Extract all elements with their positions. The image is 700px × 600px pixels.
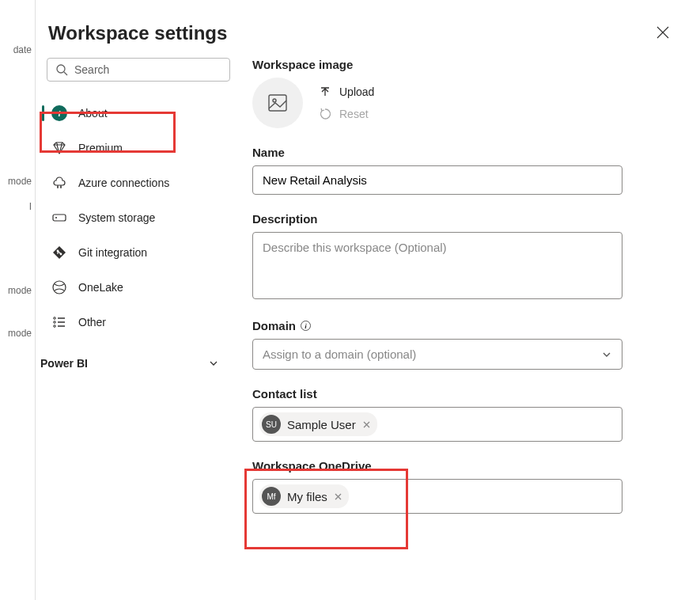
nav-item-label: Git integration — [78, 246, 147, 259]
info-icon[interactable]: i — [301, 321, 311, 331]
dialog-header: Workspace settings — [36, 0, 700, 55]
field-description: Description — [252, 212, 622, 302]
image-icon — [266, 91, 289, 115]
background-app-sidebar: date mode I mode mode — [0, 0, 36, 600]
search-input[interactable] — [74, 63, 221, 76]
info-icon: i — [51, 105, 67, 121]
nav-item-other[interactable]: Other — [36, 305, 230, 340]
onedrive-label: Workspace OneDrive — [252, 459, 622, 473]
upload-icon — [319, 85, 331, 98]
reset-button: Reset — [319, 108, 374, 120]
domain-label: Domain — [252, 319, 296, 332]
diamond-icon — [51, 140, 67, 156]
list-icon — [51, 314, 67, 330]
search-icon — [55, 63, 68, 76]
chip-remove-button[interactable] — [362, 420, 371, 429]
close-icon — [656, 25, 670, 40]
nav-item-label: System storage — [78, 211, 155, 224]
nav-item-label: About — [78, 107, 108, 120]
svg-point-8 — [54, 325, 56, 328]
dialog-title: Workspace settings — [48, 22, 227, 44]
workspace-image-label: Workspace image — [252, 58, 622, 71]
onelake-icon — [51, 279, 67, 295]
settings-main: Workspace image Upload Reset — [241, 55, 700, 600]
svg-point-10 — [273, 99, 276, 102]
field-workspace-image: Workspace image Upload Reset — [252, 58, 622, 128]
chevron-down-icon — [208, 358, 219, 369]
description-input[interactable] — [252, 232, 622, 299]
reset-icon — [319, 108, 331, 120]
chip-label: Sample User — [287, 418, 356, 431]
search-box[interactable] — [47, 58, 230, 82]
nav-item-onelake[interactable]: OneLake — [36, 270, 230, 305]
onedrive-input[interactable]: Mf My files — [252, 479, 622, 514]
svg-rect-1 — [53, 215, 66, 221]
onedrive-chip: Mf My files — [259, 484, 349, 508]
close-button[interactable] — [653, 22, 673, 45]
field-onedrive: Workspace OneDrive Mf My files — [252, 459, 622, 514]
nav-item-about[interactable]: i About — [36, 96, 230, 131]
cloud-icon — [51, 175, 67, 191]
name-input[interactable] — [252, 165, 622, 195]
field-name: Name — [252, 146, 622, 195]
close-icon — [362, 420, 371, 429]
nav-item-git[interactable]: Git integration — [36, 235, 230, 270]
svg-point-7 — [54, 321, 56, 324]
contact-list-label: Contact list — [252, 387, 622, 401]
contact-list-input[interactable]: SU Sample User — [252, 407, 622, 442]
name-label: Name — [252, 146, 622, 159]
avatar: SU — [262, 415, 281, 434]
description-label: Description — [252, 212, 622, 226]
bg-item: mode — [0, 280, 35, 301]
field-contact-list: Contact list SU Sample User — [252, 387, 622, 442]
chevron-down-icon — [601, 349, 612, 360]
nav-item-label: OneLake — [78, 281, 123, 294]
bg-item: date — [0, 40, 35, 60]
domain-placeholder: Assign to a domain (optional) — [263, 347, 416, 361]
git-icon — [51, 245, 67, 260]
svg-point-5 — [53, 281, 66, 294]
nav-item-premium[interactable]: Premium — [36, 131, 230, 165]
contact-chip: SU Sample User — [259, 412, 377, 436]
bg-item: mode — [0, 323, 35, 344]
close-icon — [334, 492, 342, 501]
nav-item-label: Other — [78, 316, 106, 328]
chip-remove-button[interactable] — [334, 492, 342, 501]
section-powerbi[interactable]: Power BI — [36, 340, 230, 379]
svg-point-6 — [54, 317, 56, 320]
chip-label: My files — [287, 490, 327, 503]
section-label: Power BI — [40, 357, 88, 370]
nav-item-storage[interactable]: System storage — [36, 200, 230, 235]
nav-item-label: Azure connections — [78, 177, 169, 189]
svg-point-0 — [57, 65, 65, 73]
field-domain: Domain i Assign to a domain (optional) — [252, 319, 622, 370]
workspace-image-placeholder — [252, 78, 303, 128]
nav-item-azure[interactable]: Azure connections — [36, 165, 230, 200]
upload-button[interactable]: Upload — [319, 85, 374, 98]
workspace-settings-dialog: Workspace settings i About Premium Azure… — [36, 0, 700, 600]
settings-sidebar: i About Premium Azure connections System… — [36, 55, 241, 600]
bg-item: mode — [0, 171, 35, 192]
avatar: Mf — [262, 487, 281, 506]
svg-point-2 — [55, 217, 57, 218]
storage-icon — [51, 210, 67, 226]
domain-select[interactable]: Assign to a domain (optional) — [252, 339, 622, 370]
nav-item-label: Premium — [78, 142, 123, 154]
